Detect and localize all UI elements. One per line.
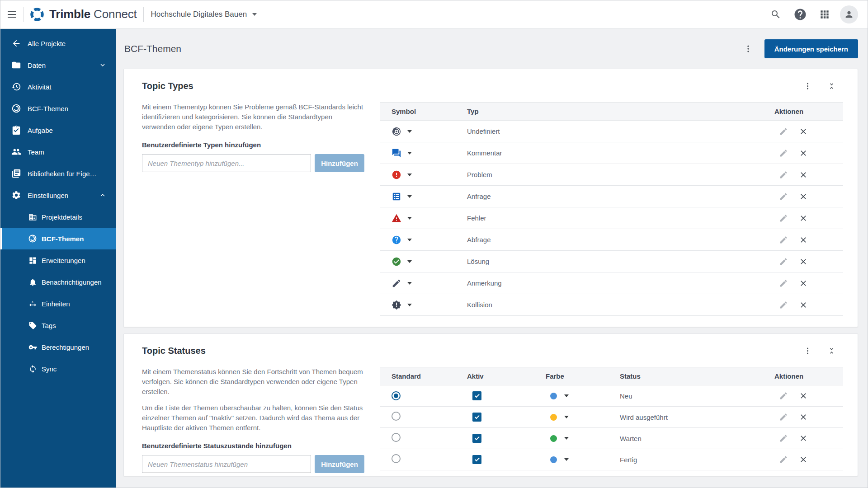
new-topic-status-input[interactable] xyxy=(142,455,311,473)
delete-button[interactable] xyxy=(798,191,809,202)
edit-button[interactable] xyxy=(778,390,789,401)
row-actions xyxy=(774,126,843,137)
delete-button[interactable] xyxy=(798,213,809,224)
active-checkbox[interactable] xyxy=(472,455,481,464)
search-icon[interactable] xyxy=(767,5,785,23)
active-checkbox[interactable] xyxy=(472,391,481,400)
page-kebab-menu-icon[interactable] xyxy=(742,42,755,55)
svg-text:x: x xyxy=(32,300,33,303)
topic-statuses-collapse-icon[interactable] xyxy=(826,345,838,357)
sidebar-item-team[interactable]: Team xyxy=(0,141,116,163)
sidebar-item-projektdetails[interactable]: Projektdetails xyxy=(0,206,116,228)
sidebar-item-bibliotheken-für-eigensch-[interactable]: Bibliotheken für Eigensch... xyxy=(0,163,116,184)
symbol-dropdown[interactable] xyxy=(392,127,412,136)
sidebar-item-berechtigungen[interactable]: Berechtigungen xyxy=(0,336,116,358)
symbol-dropdown[interactable] xyxy=(392,257,412,267)
caret-down-icon xyxy=(407,130,412,133)
symbol-dropdown[interactable] xyxy=(392,170,412,180)
edit-button[interactable] xyxy=(778,412,789,422)
delete-button[interactable] xyxy=(798,433,809,444)
new-topic-type-input[interactable] xyxy=(142,154,311,172)
standard-radio[interactable] xyxy=(392,454,401,463)
apps-grid-icon[interactable] xyxy=(816,5,834,23)
sidebar-item-daten[interactable]: Daten xyxy=(0,54,116,76)
type-label: Fehler xyxy=(467,214,774,222)
delete-button[interactable] xyxy=(798,412,809,422)
sidebar-item-aufgabe[interactable]: Aufgabe xyxy=(0,119,116,141)
topic-statuses-kebab-icon[interactable] xyxy=(802,345,814,357)
sidebar-item-einheiten[interactable]: xEinheiten xyxy=(0,293,116,314)
add-topic-status-button[interactable]: Hinzufügen xyxy=(315,455,364,473)
delete-button[interactable] xyxy=(798,454,809,465)
menu-icon[interactable] xyxy=(0,0,24,29)
sidebar-item-label: Tags xyxy=(42,322,56,329)
help-icon[interactable] xyxy=(791,5,809,23)
sidebar-item-alle-projekte[interactable]: Alle Projekte xyxy=(0,33,116,54)
save-changes-button[interactable]: Änderungen speichern xyxy=(764,39,858,58)
active-checkbox[interactable] xyxy=(472,413,481,422)
symbol-dropdown[interactable] xyxy=(392,148,412,158)
sidebar-item-benachrichtigungen[interactable]: Benachrichtigungen xyxy=(0,271,116,293)
delete-button[interactable] xyxy=(798,278,809,289)
symbol-dropdown[interactable] xyxy=(392,235,412,245)
delete-button[interactable] xyxy=(798,169,809,180)
sidebar-item-einstellungen[interactable]: Einstellungen xyxy=(0,184,116,206)
color-dropdown[interactable] xyxy=(546,393,569,399)
sidebar-item-label: Bibliotheken für Eigensch... xyxy=(28,170,100,178)
sidebar-item-label: Aufgabe xyxy=(28,127,53,134)
edit-button[interactable] xyxy=(778,300,789,310)
symbol-dropdown[interactable] xyxy=(392,192,412,202)
topic-statuses-title: Topic Statuses xyxy=(142,346,206,356)
active-checkbox[interactable] xyxy=(472,434,481,443)
edit-button[interactable] xyxy=(778,433,789,444)
symbol-dropdown[interactable] xyxy=(392,300,412,310)
standard-radio[interactable] xyxy=(392,433,401,442)
color-dropdown[interactable] xyxy=(546,435,569,442)
edit-button[interactable] xyxy=(778,213,789,224)
edit-button[interactable] xyxy=(778,278,789,289)
delete-button[interactable] xyxy=(798,235,809,245)
col-symbol: Symbol xyxy=(380,108,467,115)
symbol-cell xyxy=(380,300,467,310)
standard-radio[interactable] xyxy=(392,412,401,421)
project-selector[interactable]: Hochschule Digitales Bauen xyxy=(144,0,264,29)
sidebar-item-sync[interactable]: Sync xyxy=(0,358,116,380)
add-topic-type-button[interactable]: Hinzufügen xyxy=(315,154,364,172)
edit-button[interactable] xyxy=(778,191,789,202)
table-row: Fehler xyxy=(380,207,843,229)
topic-statuses-table: Standard Aktiv Farbe Status Aktionen Neu… xyxy=(380,367,843,473)
sidebar-item-erweiterungen[interactable]: Erweiterungen xyxy=(0,249,116,271)
row-actions xyxy=(774,454,843,465)
delete-button[interactable] xyxy=(798,148,809,159)
symbol-dropdown[interactable] xyxy=(392,278,412,288)
symbol-cell xyxy=(380,278,467,288)
sidebar-item-tags[interactable]: Tags xyxy=(0,314,116,336)
sync-icon xyxy=(28,364,37,373)
delete-button[interactable] xyxy=(798,300,809,310)
edit-button[interactable] xyxy=(778,126,789,137)
symbol-cell xyxy=(380,192,467,202)
type-undefined-icon xyxy=(392,127,401,136)
edit-button[interactable] xyxy=(778,148,789,159)
sidebar-item-bcf-themen[interactable]: BCF-Themen xyxy=(0,228,116,249)
symbol-dropdown[interactable] xyxy=(392,213,412,223)
color-dropdown[interactable] xyxy=(546,456,569,463)
edit-button[interactable] xyxy=(778,235,789,245)
sidebar-item-aktivität[interactable]: Aktivität xyxy=(0,76,116,98)
delete-button[interactable] xyxy=(798,256,809,267)
edit-button[interactable] xyxy=(778,169,789,180)
topic-types-kebab-icon[interactable] xyxy=(802,80,814,92)
standard-radio[interactable] xyxy=(392,391,401,400)
edit-button[interactable] xyxy=(778,256,789,267)
topic-types-collapse-icon[interactable] xyxy=(826,80,838,92)
color-dropdown[interactable] xyxy=(546,414,569,421)
trimble-logo-icon xyxy=(29,7,45,22)
edit-button[interactable] xyxy=(778,454,789,465)
sidebar-item-bcf-themen[interactable]: BCF-Themen xyxy=(0,98,116,119)
user-avatar-icon[interactable] xyxy=(840,5,858,23)
sidebar-item-label: BCF-Themen xyxy=(28,105,68,113)
sidebar-item-label: Einheiten xyxy=(42,300,70,308)
sidebar-item-label: BCF-Themen xyxy=(42,235,84,243)
delete-button[interactable] xyxy=(798,126,809,137)
delete-button[interactable] xyxy=(798,390,809,401)
